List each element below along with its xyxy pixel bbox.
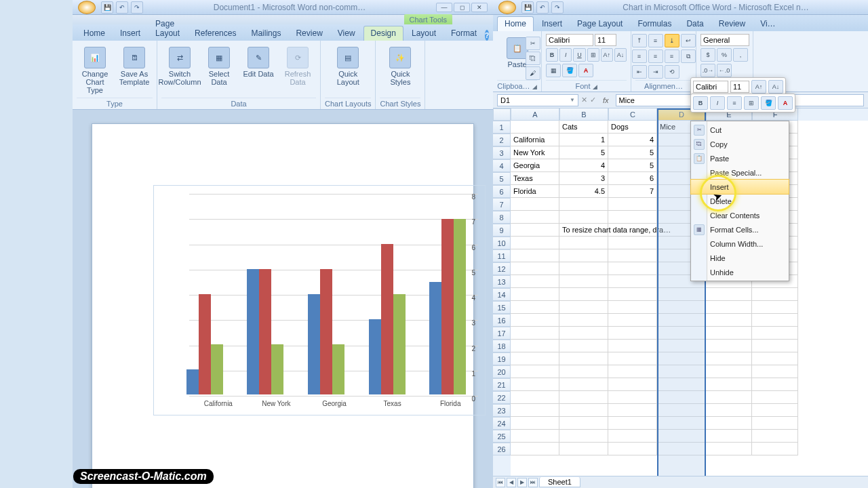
cell[interactable]: [608, 262, 657, 275]
cancel-formula-icon[interactable]: ✕: [581, 96, 587, 104]
cell[interactable]: [511, 224, 559, 237]
cell[interactable]: Georgia: [511, 159, 559, 172]
cell[interactable]: [706, 430, 752, 443]
close-button[interactable]: ✕: [471, 3, 488, 12]
mini-fontcolor-button[interactable]: A: [778, 96, 793, 110]
cell[interactable]: [706, 365, 752, 378]
tab-design[interactable]: Design: [363, 26, 403, 41]
cell[interactable]: [511, 443, 559, 455]
save-icon[interactable]: 💾: [521, 1, 534, 14]
cell[interactable]: [608, 417, 657, 430]
tab-review[interactable]: Review: [289, 26, 329, 41]
cell[interactable]: [559, 340, 608, 352]
row-header[interactable]: 19: [493, 352, 511, 365]
cell[interactable]: [706, 378, 752, 391]
fx-icon[interactable]: fx: [599, 96, 613, 104]
cell[interactable]: [608, 198, 657, 211]
sheet-nav-first[interactable]: ⏮: [496, 478, 505, 487]
context-menu-delete[interactable]: Delete: [691, 194, 789, 208]
context-menu-clear-contents[interactable]: Clear Contents: [691, 208, 789, 222]
cell[interactable]: [511, 198, 559, 211]
cell[interactable]: [608, 224, 657, 237]
cell[interactable]: [706, 301, 752, 314]
tab-home[interactable]: Home: [77, 26, 112, 41]
cell[interactable]: [608, 443, 657, 455]
cell[interactable]: [511, 417, 559, 430]
cut-icon[interactable]: ✂: [526, 37, 540, 50]
cell[interactable]: [706, 340, 752, 352]
cell[interactable]: [608, 237, 657, 249]
cell[interactable]: [752, 378, 798, 391]
maximize-button[interactable]: ◻: [454, 3, 470, 12]
context-menu-insert[interactable]: Insert: [691, 180, 789, 194]
cell[interactable]: [608, 275, 657, 288]
context-menu-column-width-[interactable]: Column Width...: [691, 237, 789, 251]
increase-decimal-button[interactable]: .0→: [701, 64, 715, 77]
mini-bold-button[interactable]: B: [693, 96, 708, 110]
cell[interactable]: [511, 301, 559, 314]
font-size-input[interactable]: [595, 34, 616, 46]
cell[interactable]: 4: [608, 134, 657, 146]
cell[interactable]: [706, 352, 752, 365]
cell[interactable]: [706, 443, 752, 455]
cell[interactable]: [511, 288, 559, 301]
cell[interactable]: [608, 365, 657, 378]
cell[interactable]: Dogs: [608, 121, 657, 134]
cell[interactable]: 1: [559, 134, 608, 146]
cell[interactable]: [608, 249, 657, 262]
cell[interactable]: [511, 121, 559, 134]
cell[interactable]: New York: [511, 146, 559, 159]
cell[interactable]: [559, 198, 608, 211]
cell[interactable]: [511, 275, 559, 288]
mini-font-name[interactable]: [693, 81, 728, 93]
mini-grow-font-icon[interactable]: A↑: [751, 80, 766, 94]
tab-insert[interactable]: Insert: [113, 26, 147, 41]
cell[interactable]: [657, 443, 706, 455]
enter-formula-icon[interactable]: ✓: [590, 96, 596, 104]
office-button[interactable]: [78, 1, 96, 14]
cell[interactable]: [608, 314, 657, 327]
tab-view[interactable]: View: [331, 26, 362, 41]
cell[interactable]: [511, 262, 559, 275]
cell[interactable]: [657, 340, 706, 352]
mini-italic-button[interactable]: I: [710, 96, 725, 110]
cell[interactable]: [511, 391, 559, 404]
bold-button[interactable]: B: [546, 48, 558, 62]
cell[interactable]: [608, 288, 657, 301]
align-left-button[interactable]: ≡: [632, 49, 647, 63]
save-icon[interactable]: 💾: [101, 1, 113, 14]
row-header[interactable]: 11: [493, 249, 511, 262]
sheet-nav-next[interactable]: ▶: [517, 478, 527, 487]
cell[interactable]: [511, 249, 559, 262]
cell[interactable]: [752, 327, 798, 340]
edit-data-button[interactable]: ✎Edit Data: [240, 43, 277, 81]
font-color-button[interactable]: A: [578, 64, 593, 77]
cell[interactable]: [511, 352, 559, 365]
cell[interactable]: [657, 301, 706, 314]
redo-icon[interactable]: ↷: [551, 1, 564, 14]
cell[interactable]: 4: [559, 159, 608, 172]
cell[interactable]: [608, 340, 657, 352]
cell[interactable]: [706, 288, 752, 301]
indent-decrease-button[interactable]: ⇤: [632, 65, 647, 79]
number-format-select[interactable]: [701, 34, 749, 46]
row-header[interactable]: 14: [493, 288, 511, 301]
tab-home[interactable]: Home: [497, 16, 534, 31]
mini-align-button[interactable]: ≡: [727, 96, 742, 110]
row-header[interactable]: 5: [493, 172, 511, 185]
cell[interactable]: [608, 301, 657, 314]
column-header-B[interactable]: B: [559, 108, 608, 121]
sheet-nav-last[interactable]: ⏭: [528, 478, 538, 487]
cell[interactable]: California: [511, 134, 559, 146]
align-bottom-button[interactable]: ⤓: [665, 34, 679, 47]
cell[interactable]: [752, 288, 798, 301]
cell[interactable]: [608, 404, 657, 417]
tab-page-layout[interactable]: Page Layout: [149, 17, 186, 41]
cell[interactable]: [608, 211, 657, 224]
tab-layout[interactable]: Layout: [405, 26, 443, 41]
grow-font-button[interactable]: A↑: [601, 48, 613, 62]
refresh-data-button[interactable]: ⟳Refresh Data: [279, 43, 316, 89]
cell[interactable]: [752, 314, 798, 327]
cell[interactable]: [559, 249, 608, 262]
cell[interactable]: 6: [608, 172, 657, 185]
